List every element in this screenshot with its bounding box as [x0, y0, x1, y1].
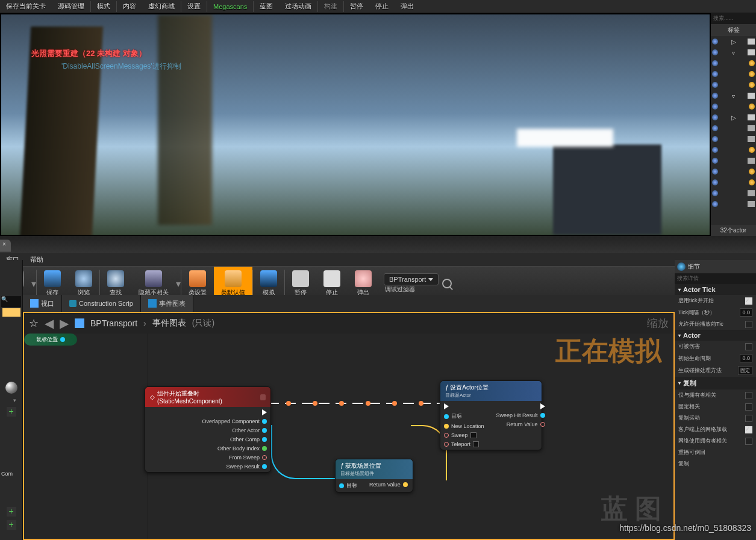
bool-checkbox[interactable]	[473, 441, 479, 447]
checkbox[interactable]	[745, 392, 752, 399]
visibility-icon[interactable]	[712, 93, 718, 99]
node-header[interactable]: 获取场景位置目标是场景组件	[336, 459, 413, 479]
level-viewport[interactable]: 光照需要重建（22 未构建 对象） 'DisableAllScreenMessa…	[0, 13, 711, 236]
exec-out-pin[interactable]	[262, 409, 267, 415]
output-pin[interactable]: Other Actor	[232, 427, 267, 433]
outliner-row[interactable]	[711, 144, 756, 155]
outliner-row[interactable]	[711, 188, 756, 199]
checkbox[interactable]	[745, 321, 752, 328]
outliner-row[interactable]	[711, 166, 756, 177]
eject-button[interactable]: 弹出	[395, 2, 420, 11]
category-actor-tick[interactable]: Actor Tick	[675, 284, 756, 295]
outliner-row[interactable]	[711, 155, 756, 166]
outliner-row[interactable]	[711, 58, 756, 69]
input-pin[interactable]: Teleport	[444, 441, 484, 447]
visibility-icon[interactable]	[712, 71, 718, 77]
add-component-button[interactable]: +	[7, 407, 16, 417]
output-pin[interactable]: From Sweep	[229, 455, 267, 461]
outliner-search-input[interactable]: 搜索......	[711, 13, 756, 24]
outliner-row[interactable]: ▿	[711, 90, 756, 101]
bool-checkbox[interactable]	[470, 432, 476, 438]
visibility-icon[interactable]	[712, 82, 718, 88]
checkbox[interactable]: ✓	[745, 297, 752, 305]
debug-object-dropdown[interactable]: BPTransport	[384, 273, 439, 285]
visibility-icon[interactable]	[712, 125, 718, 131]
dropdown[interactable]: 固定	[738, 366, 752, 375]
node-header[interactable]: 组件开始重叠时 (StaticMeshComponent)	[145, 387, 270, 407]
megascans-button[interactable]: Megascans	[207, 3, 253, 10]
outliner-row[interactable]	[711, 123, 756, 134]
details-search-input[interactable]: 搜索详情	[675, 273, 756, 284]
marketplace-button[interactable]: 虚幻商城	[142, 2, 181, 11]
component-item[interactable]	[2, 308, 20, 317]
add-button[interactable]: +	[7, 507, 16, 517]
blueprint-button[interactable]: 蓝图	[254, 2, 279, 11]
component-search[interactable]: 🔍	[1, 296, 21, 307]
checkbox[interactable]	[745, 438, 752, 445]
tab-construction-script[interactable]: Construction Scrip	[62, 295, 141, 312]
cinematics-button[interactable]: 过场动画	[279, 2, 317, 11]
tab-close-button[interactable]	[0, 240, 11, 252]
breadcrumb-root[interactable]: BPTransport	[90, 318, 137, 328]
input-pin[interactable]: 目标	[444, 412, 484, 420]
output-pin[interactable]: Other Comp	[230, 436, 267, 442]
outliner-row[interactable]	[711, 177, 756, 188]
outliner-row[interactable]	[711, 69, 756, 79]
tab-event-graph[interactable]: 事件图表	[141, 295, 193, 312]
outliner-row[interactable]: ▷	[711, 36, 756, 47]
output-pin[interactable]: Return Value	[369, 482, 408, 488]
visibility-icon[interactable]	[712, 60, 718, 66]
outliner-row[interactable]	[711, 134, 756, 144]
visibility-icon[interactable]	[712, 179, 718, 185]
visibility-icon[interactable]	[712, 39, 718, 45]
visibility-icon[interactable]	[712, 104, 718, 110]
output-pin[interactable]: Other Body Index	[217, 445, 267, 452]
breadcrumb-graph[interactable]: 事件图表	[152, 318, 186, 329]
favorite-icon[interactable]: ☆	[29, 317, 39, 330]
visibility-icon[interactable]	[712, 190, 718, 196]
number-input[interactable]: 0.0	[740, 354, 752, 362]
exec-out-pin[interactable]	[540, 403, 545, 409]
outliner-list[interactable]: ▷ ▿ ▿ ▷	[711, 36, 756, 225]
node-begin-overlap[interactable]: 组件开始重叠时 (StaticMeshComponent) Overlapped…	[145, 386, 271, 473]
exec-in-pin[interactable]	[444, 403, 484, 409]
visibility-icon[interactable]	[712, 158, 718, 164]
modes-button[interactable]: 模式	[91, 2, 116, 11]
visibility-icon[interactable]	[712, 136, 718, 142]
number-input[interactable]: 0.0	[740, 308, 752, 317]
visibility-icon[interactable]	[712, 147, 718, 153]
pause-button[interactable]: 暂停	[344, 2, 369, 11]
node-variable-mouse-position[interactable]: 鼠标位置	[24, 334, 77, 346]
search-icon[interactable]	[442, 279, 452, 288]
outliner-row[interactable]	[711, 199, 756, 209]
nav-back-button[interactable]: ◀	[45, 316, 54, 331]
save-level-button[interactable]: 保存当前关卡	[0, 2, 52, 11]
content-button[interactable]: 内容	[117, 2, 142, 11]
checkbox[interactable]: ✓	[745, 426, 752, 433]
node-set-actor-location[interactable]: 设置Actor位置目标是Actor 目标 New Location Sweep …	[440, 380, 542, 450]
category-actor[interactable]: Actor	[675, 330, 756, 341]
help-menu[interactable]: 帮助	[30, 255, 43, 264]
output-pin[interactable]: Overlapped Component	[202, 418, 267, 424]
checkbox[interactable]	[745, 403, 752, 411]
input-pin[interactable]: 目标	[339, 482, 357, 489]
outliner-row[interactable]: ▷	[711, 112, 756, 123]
input-pin[interactable]: New Location	[444, 423, 484, 429]
checkbox[interactable]	[745, 343, 752, 350]
source-control-button[interactable]: 源码管理	[52, 2, 90, 11]
event-graph-canvas[interactable]: 正在模拟 蓝 图 组件开始重叠时 (StaticMeshComponent) O…	[23, 334, 675, 540]
outliner-row[interactable]	[711, 101, 756, 112]
visibility-icon[interactable]	[712, 114, 718, 120]
node-get-world-location[interactable]: 获取场景位置目标是场景组件 目标 Return Value	[335, 459, 413, 492]
outliner-row[interactable]	[711, 79, 756, 90]
tab-viewport[interactable]: 视口	[23, 295, 62, 312]
category-replication[interactable]: 复制	[675, 377, 756, 389]
output-pin[interactable]: Sweep Hit Result	[496, 412, 545, 418]
outliner-row[interactable]: ▿	[711, 47, 756, 58]
output-pin[interactable]: Return Value	[507, 421, 545, 427]
output-pin[interactable]: Sweep Result	[226, 464, 267, 470]
visibility-icon[interactable]	[712, 49, 718, 55]
nav-forward-button[interactable]: ▶	[60, 316, 69, 331]
settings-button[interactable]: 设置	[181, 2, 207, 11]
node-collapse-icon[interactable]	[260, 394, 266, 400]
